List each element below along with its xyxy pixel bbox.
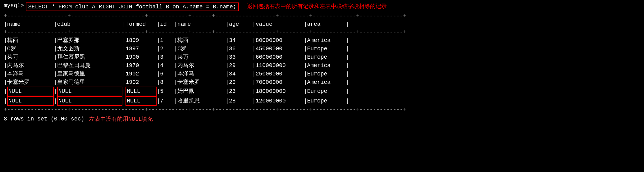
cell-name1: NULL	[7, 96, 54, 106]
cell-value: 120000000	[256, 97, 304, 105]
table-row: | 莱万 | 拜仁慕尼黑 | 1900 | 3 | 莱万 | 33 | 6000…	[4, 53, 640, 61]
cell-area: America	[307, 36, 346, 45]
cell-formed: 1900	[126, 53, 157, 61]
cell-value: 110000000	[256, 61, 304, 70]
cell-formed: NULL	[126, 96, 157, 106]
cell-name2: 姆巴佩	[177, 87, 226, 96]
cell-formed: 1897	[126, 45, 157, 53]
cell-name1: 本泽马	[7, 70, 54, 78]
cell-area: Europe	[307, 87, 346, 96]
cell-id: 6	[160, 70, 174, 78]
null-note: 左表中没有的用NULL填充	[89, 115, 153, 123]
header-name-0: name	[7, 20, 54, 29]
cell-value: 180000000	[256, 87, 304, 96]
cell-name2: 梅西	[177, 36, 226, 45]
cell-area: Europe	[307, 45, 346, 53]
header-name-4: name	[177, 20, 226, 29]
cell-club: 皇家马德里	[57, 78, 122, 87]
table-separator: +------------------+--------------------…	[4, 106, 640, 114]
cell-club: NULL	[57, 96, 122, 106]
cell-name1: C罗	[7, 45, 54, 53]
header-id-3: id	[160, 20, 174, 29]
table-separator: +------------------+--------------------…	[4, 12, 640, 20]
cell-club: 巴塞罗那	[57, 36, 122, 45]
cell-area: Europe	[307, 53, 346, 61]
cell-id: 1	[160, 36, 174, 45]
cell-name1: 内马尔	[7, 61, 54, 70]
table-row: | 卡塞米罗 | 皇家马德里 | 1902 | 8 | 卡塞米罗 | 29 | …	[4, 78, 640, 87]
header-area-7: area	[307, 20, 346, 29]
cell-value: 70000000	[256, 78, 304, 87]
cell-name1: NULL	[7, 87, 54, 96]
cell-name1: 梅西	[7, 36, 54, 45]
cell-name2: 内马尔	[177, 61, 226, 70]
cell-name2: 哈里凯恩	[177, 97, 226, 105]
table-separator: +------------------+--------------------…	[4, 29, 640, 36]
cell-club: NULL	[57, 87, 122, 96]
table-row: | 梅西 | 巴塞罗那 | 1899 | 1 | 梅西 | 34 | 80000…	[4, 36, 640, 45]
cell-formed: 1970	[126, 61, 157, 70]
cell-value: 80000000	[256, 36, 304, 45]
header-age-5: age	[229, 20, 252, 29]
sql-comment: 返回包括右表中的所有记录和左表中联结字段相等的记录	[247, 2, 387, 10]
table-wrapper: +------------------+--------------------…	[4, 12, 640, 114]
cell-name1: 卡塞米罗	[7, 78, 54, 87]
cell-age: 28	[229, 97, 252, 105]
table-row: | 内马尔 | 巴黎圣日耳曼 | 1970 | 4 | 内马尔 | 29 | 1…	[4, 61, 640, 70]
table-row: | 本泽马 | 皇家马德里 | 1902 | 6 | 本泽马 | 34 | 25…	[4, 70, 640, 78]
cell-age: 34	[229, 70, 252, 78]
cell-age: 34	[229, 36, 252, 45]
cell-id: 5	[160, 87, 174, 96]
cell-name1: 莱万	[7, 53, 54, 61]
header-club-1: club	[57, 20, 122, 29]
cell-age: 33	[229, 53, 252, 61]
header-formed-2: formed	[126, 20, 157, 29]
table-header-row: | name | club | formed | id | name | age…	[4, 20, 640, 29]
cell-id: 4	[160, 61, 174, 70]
cell-name2: C罗	[177, 45, 226, 53]
table-row: | NULL | NULL | NULL | 7 | 哈里凯恩 | 28 | 1…	[4, 96, 640, 106]
cell-name2: 莱万	[177, 53, 226, 61]
cell-club: 拜仁慕尼黑	[57, 53, 122, 61]
cell-id: 7	[160, 97, 174, 105]
table-row: | C罗 | 尤文图斯 | 1897 | 2 | C罗 | 36 | 45000…	[4, 45, 640, 53]
cell-id: 8	[160, 78, 174, 87]
cell-id: 3	[160, 53, 174, 61]
cell-club: 皇家马德里	[57, 70, 122, 78]
cell-area: America	[307, 61, 346, 70]
cell-formed: NULL	[126, 87, 157, 96]
cell-id: 2	[160, 45, 174, 53]
cell-formed: 1902	[126, 78, 157, 87]
cell-age: 23	[229, 87, 252, 96]
cell-area: Europe	[307, 97, 346, 105]
sql-command: SELECT * FROM club A RIGHT JOIN football…	[26, 2, 239, 11]
cell-name2: 卡塞米罗	[177, 78, 226, 87]
cell-club: 尤文图斯	[57, 45, 122, 53]
cell-age: 29	[229, 78, 252, 87]
rows-info: 8 rows in set (0.00 sec)	[4, 116, 84, 122]
cell-area: America	[307, 78, 346, 87]
cell-value: 45000000	[256, 45, 304, 53]
cell-area: Europe	[307, 70, 346, 78]
cell-name2: 本泽马	[177, 70, 226, 78]
cell-formed: 1902	[126, 70, 157, 78]
table-row: | NULL | NULL | NULL | 5 | 姆巴佩 | 23 | 18…	[4, 87, 640, 96]
cell-formed: 1899	[126, 36, 157, 45]
cell-value: 25000000	[256, 70, 304, 78]
cell-value: 60000000	[256, 53, 304, 61]
cell-age: 29	[229, 61, 252, 70]
mysql-prompt: mysql>	[4, 2, 24, 9]
cell-club: 巴黎圣日耳曼	[57, 61, 122, 70]
header-value-6: value	[256, 20, 304, 29]
cell-age: 36	[229, 45, 252, 53]
